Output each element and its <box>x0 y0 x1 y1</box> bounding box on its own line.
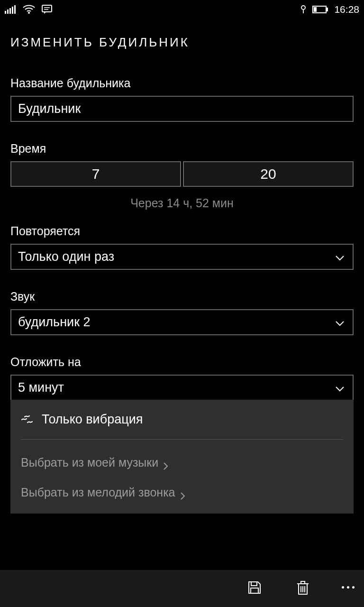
sound-dropdown[interactable]: будильник 2 <box>10 309 354 335</box>
snooze-section: Отложить на 5 минут <box>10 355 354 400</box>
svg-rect-14 <box>251 582 257 586</box>
vibration-only-label: Только вибрация <box>42 412 143 427</box>
pick-from-ringtones-link[interactable]: Выбрать из мелодий звонка <box>21 486 343 499</box>
chevron-down-icon <box>335 317 345 328</box>
svg-rect-4 <box>14 5 16 14</box>
svg-rect-3 <box>12 7 13 14</box>
location-icon <box>300 5 307 14</box>
svg-rect-6 <box>42 5 52 12</box>
svg-rect-0 <box>5 11 6 14</box>
page-title: ИЗМЕНИТЬ БУДИЛЬНИК <box>10 35 354 50</box>
snooze-value: 5 минут <box>18 380 64 395</box>
pick-from-ringtones-label: Выбрать из мелодий звонка <box>21 486 175 499</box>
svg-rect-15 <box>251 588 258 593</box>
alarm-name-section: Название будильника <box>10 76 354 122</box>
repeat-dropdown[interactable]: Только один раз <box>10 244 354 270</box>
repeat-section: Повторяется Только один раз <box>10 224 354 270</box>
time-minute-picker[interactable]: 20 <box>183 161 354 187</box>
svg-rect-1 <box>7 9 9 14</box>
svg-point-5 <box>28 12 30 14</box>
snooze-label: Отложить на <box>10 355 354 369</box>
pick-from-music-label: Выбрать из моей музыки <box>21 456 158 469</box>
time-label: Время <box>10 142 354 156</box>
sound-section: Звук будильник 2 <box>10 290 354 335</box>
svg-rect-18 <box>301 581 305 584</box>
svg-point-9 <box>301 6 305 9</box>
delete-button[interactable] <box>293 579 312 598</box>
statusbar-time: 16:28 <box>334 4 359 15</box>
signal-icon <box>5 5 16 14</box>
snooze-dropdown[interactable]: 5 минут <box>10 375 354 400</box>
chevron-down-icon <box>335 383 345 393</box>
chevron-right-icon <box>180 489 187 496</box>
save-button[interactable] <box>245 579 264 598</box>
svg-rect-13 <box>314 7 317 12</box>
vibration-only-option[interactable]: Только вибрация <box>21 412 343 440</box>
save-icon <box>247 580 262 597</box>
wifi-icon <box>23 5 35 14</box>
pick-from-music-link[interactable]: Выбрать из моей музыки <box>21 456 343 469</box>
chevron-down-icon <box>335 252 345 262</box>
repeat-value: Только один раз <box>18 249 114 264</box>
vibration-icon <box>21 413 34 426</box>
trash-icon <box>296 580 309 597</box>
svg-rect-2 <box>9 8 11 14</box>
more-button[interactable] <box>342 586 355 591</box>
sound-value: будильник 2 <box>18 315 90 330</box>
sound-options-panel: Только вибрация Выбрать из моей музыки В… <box>10 400 354 514</box>
time-remaining-note: Через 14 ч, 52 мин <box>10 196 354 210</box>
app-bar <box>0 570 364 607</box>
svg-rect-12 <box>327 8 328 11</box>
repeat-label: Повторяется <box>10 224 354 238</box>
time-section: Время 7 20 Через 14 ч, 52 мин <box>10 142 354 210</box>
alarm-name-label: Название будильника <box>10 76 354 90</box>
chevron-right-icon <box>163 460 170 466</box>
alarm-name-input[interactable] <box>10 96 354 122</box>
sound-label: Звук <box>10 290 354 304</box>
time-hour-picker[interactable]: 7 <box>10 161 181 187</box>
battery-icon <box>312 6 328 13</box>
message-icon <box>42 5 52 14</box>
status-bar: 16:28 <box>0 0 364 16</box>
